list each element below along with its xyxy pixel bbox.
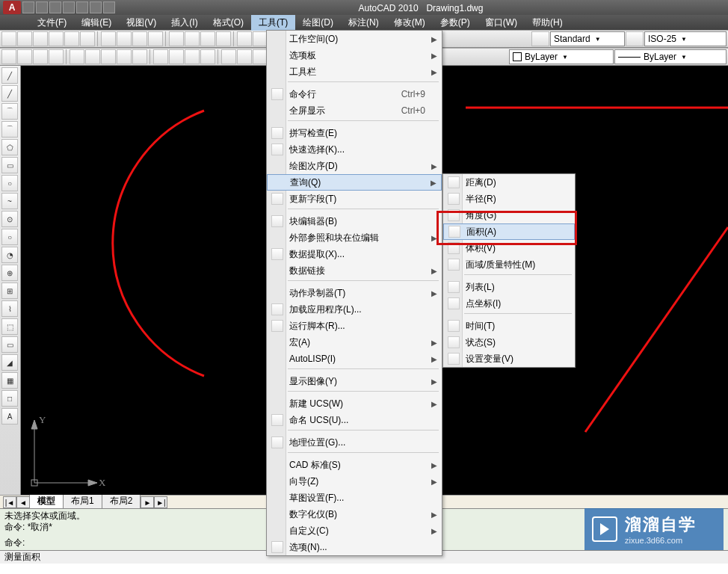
draw-tool-3[interactable]: ⌒ bbox=[1, 121, 18, 138]
menu-格式(O)[interactable]: 格式(O) bbox=[206, 15, 251, 31]
toolbar2-btn-7[interactable] bbox=[117, 49, 132, 64]
draw-tool-9[interactable]: ○ bbox=[1, 229, 18, 245]
draw-tool-17[interactable]: ▦ bbox=[1, 372, 18, 389]
toolbar-btn-11[interactable] bbox=[185, 31, 200, 46]
tools-menu-item-35[interactable]: 自定义(C)▶ bbox=[267, 522, 442, 539]
tools-menu-item-9[interactable]: 绘图次序(D)▶ bbox=[267, 158, 442, 174]
tools-menu-item-18[interactable]: 动作录制器(T)▶ bbox=[267, 285, 442, 301]
tools-menu-item-24[interactable]: 显示图像(Y)▶ bbox=[267, 373, 442, 389]
toolbar2-btn-1[interactable] bbox=[17, 49, 32, 64]
toolbar-btn-1[interactable] bbox=[17, 31, 32, 46]
toolbar-btn-4[interactable] bbox=[64, 31, 79, 46]
menu-插入(I)[interactable]: 插入(I) bbox=[164, 15, 205, 31]
menu-视图(V)[interactable]: 视图(V) bbox=[119, 15, 164, 31]
tools-menu-item-34[interactable]: 数字化仪(B)▶ bbox=[267, 506, 442, 522]
inquiry-item-8[interactable]: 点坐标(I) bbox=[443, 295, 575, 312]
linetype-combo[interactable]: ByLayer▼ bbox=[614, 49, 727, 64]
toolbar2-btn-5[interactable] bbox=[85, 49, 100, 64]
tools-menu-item-16[interactable]: 数据链接▶ bbox=[267, 262, 442, 279]
toolbar2-btn-10[interactable] bbox=[169, 49, 184, 64]
toolbar2-btn-6[interactable] bbox=[101, 49, 116, 64]
toolbar2-btn-0[interactable] bbox=[1, 49, 16, 64]
layout-tab-布局1[interactable]: 布局1 bbox=[63, 493, 102, 508]
inquiry-item-5[interactable]: 面域/质量特性(M) bbox=[443, 256, 575, 273]
toolbar-btn-8[interactable] bbox=[132, 31, 147, 46]
qat-print-icon[interactable] bbox=[90, 1, 102, 13]
tools-menu-item-22[interactable]: AutoLISP(I)▶ bbox=[267, 351, 442, 367]
tools-menu-item-32[interactable]: 向导(Z)▶ bbox=[267, 473, 442, 490]
qat-undo-icon[interactable] bbox=[63, 1, 75, 13]
menu-文件(F)[interactable]: 文件(F) bbox=[30, 15, 74, 31]
menu-绘图(D)[interactable]: 绘图(D) bbox=[295, 15, 341, 31]
draw-tool-11[interactable]: ⊕ bbox=[1, 265, 18, 281]
draw-tool-16[interactable]: ◢ bbox=[1, 354, 18, 371]
toolbar2-btn-9[interactable] bbox=[153, 49, 168, 64]
tools-menu-item-10[interactable]: 查询(Q)▶ bbox=[267, 174, 442, 191]
toolbar2-btn-15[interactable] bbox=[253, 49, 268, 64]
tools-menu-item-8[interactable]: 快速选择(K)... bbox=[267, 141, 442, 158]
inquiry-item-0[interactable]: 距离(D) bbox=[443, 174, 575, 191]
tools-menu-item-1[interactable]: 选项板▶ bbox=[267, 47, 442, 64]
menu-修改(M)[interactable]: 修改(M) bbox=[386, 15, 433, 31]
menu-帮助(H)[interactable]: 帮助(H) bbox=[525, 15, 570, 31]
inquiry-item-2[interactable]: 角度(G) bbox=[443, 207, 575, 223]
draw-tool-13[interactable]: ⌇ bbox=[1, 300, 18, 317]
toolbar2-btn-11[interactable] bbox=[185, 49, 200, 64]
toolbar-btn-2[interactable] bbox=[33, 31, 48, 46]
menu-工具(T)[interactable]: 工具(T) bbox=[251, 15, 295, 31]
draw-tool-5[interactable]: ▭ bbox=[1, 157, 18, 173]
tools-menu-item-4[interactable]: 命令行Ctrl+9 bbox=[267, 86, 442, 102]
draw-tool-19[interactable]: A bbox=[1, 408, 18, 425]
toolbar2-btn-13[interactable] bbox=[221, 49, 236, 64]
qat-redo-icon[interactable] bbox=[76, 1, 88, 13]
toolbar-btn-6[interactable] bbox=[101, 31, 116, 46]
tools-menu-item-5[interactable]: 全屏显示Ctrl+0 bbox=[267, 102, 442, 119]
tab-nav-last[interactable]: ►| bbox=[154, 496, 167, 508]
toolbar2-btn-8[interactable] bbox=[132, 49, 147, 64]
draw-tool-6[interactable]: ○ bbox=[1, 175, 18, 191]
inquiry-item-4[interactable]: 体积(V) bbox=[443, 240, 575, 256]
tools-menu-item-15[interactable]: 数据提取(X)... bbox=[267, 246, 442, 262]
toolbar-btn-0[interactable] bbox=[1, 31, 16, 46]
layout-tab-布局2[interactable]: 布局2 bbox=[102, 493, 141, 508]
menu-窗口(W)[interactable]: 窗口(W) bbox=[478, 15, 525, 31]
inquiry-item-1[interactable]: 半径(R) bbox=[443, 191, 575, 207]
toolbar-btn-14[interactable] bbox=[237, 31, 252, 46]
tools-menu-item-36[interactable]: 选项(N)... bbox=[267, 539, 442, 555]
draw-tool-18[interactable]: □ bbox=[1, 390, 18, 407]
toolbar-btn-13[interactable] bbox=[216, 31, 231, 46]
tools-menu-item-19[interactable]: 加载应用程序(L)... bbox=[267, 301, 442, 318]
draw-tool-15[interactable]: ▭ bbox=[1, 336, 18, 353]
toolbar-btn-15[interactable] bbox=[253, 31, 268, 46]
menu-编辑(E)[interactable]: 编辑(E) bbox=[74, 15, 119, 31]
inquiry-item-10[interactable]: 时间(T) bbox=[443, 318, 575, 334]
toolbar-btn-3[interactable] bbox=[49, 31, 64, 46]
toolbar2-btn-3[interactable] bbox=[49, 49, 64, 64]
tools-menu-item-31[interactable]: CAD 标准(S)▶ bbox=[267, 457, 442, 473]
dim-style-icon[interactable] bbox=[626, 31, 644, 46]
draw-tool-7[interactable]: ~ bbox=[1, 193, 18, 209]
app-logo[interactable]: A bbox=[3, 1, 21, 14]
toolbar2-btn-4[interactable] bbox=[70, 49, 84, 64]
inquiry-item-11[interactable]: 状态(S) bbox=[443, 334, 575, 351]
draw-tool-14[interactable]: ⬚ bbox=[1, 318, 18, 335]
toolbar-btn-10[interactable] bbox=[169, 31, 184, 46]
tab-nav-next[interactable]: ► bbox=[141, 496, 154, 508]
tools-menu-item-27[interactable]: 命名 UCS(U)... bbox=[267, 412, 442, 428]
qat-open-icon[interactable] bbox=[36, 1, 48, 13]
tools-menu-item-33[interactable]: 草图设置(F)... bbox=[267, 490, 442, 506]
tools-menu-item-13[interactable]: 块编辑器(B) bbox=[267, 213, 442, 229]
tools-menu-item-2[interactable]: 工具栏▶ bbox=[267, 64, 442, 80]
menu-参数(P)[interactable]: 参数(P) bbox=[433, 15, 478, 31]
layout-tab-模型[interactable]: 模型 bbox=[29, 493, 64, 508]
draw-tool-12[interactable]: ⊞ bbox=[1, 283, 18, 299]
draw-tool-0[interactable]: ╱ bbox=[1, 67, 18, 84]
dim-style-combo[interactable]: ISO-25▼ bbox=[644, 31, 727, 46]
draw-tool-4[interactable]: ⬠ bbox=[1, 139, 18, 155]
tools-menu-item-29[interactable]: 地理位置(G)... bbox=[267, 434, 442, 451]
toolbar2-btn-14[interactable] bbox=[237, 49, 252, 64]
menu-标注(N)[interactable]: 标注(N) bbox=[341, 15, 386, 31]
toolbar-btn-9[interactable] bbox=[148, 31, 163, 46]
tools-menu-item-21[interactable]: 宏(A)▶ bbox=[267, 334, 442, 351]
draw-tool-2[interactable]: ⌒ bbox=[1, 103, 18, 120]
